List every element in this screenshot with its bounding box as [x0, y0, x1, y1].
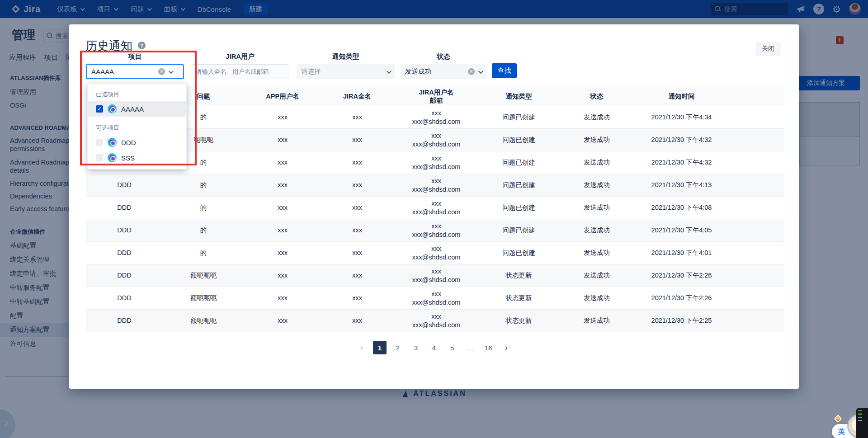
chevron-down-icon[interactable] — [169, 68, 174, 73]
table-row: DDD 的 xxx xxx xxx xxx@shdsd.com 问题已创建 发送… — [86, 242, 784, 264]
cell-notify-type: 问题已创建 — [479, 151, 558, 174]
cell-email: xxx xxx@shdsd.com — [393, 129, 479, 151]
pagination-item[interactable]: 1 — [373, 341, 387, 354]
jira-user-input[interactable] — [196, 68, 282, 75]
clear-icon[interactable] — [158, 68, 165, 75]
table-header-row: 问题 APP用户名 JIRA全名 JIRA用户名 邮箱 通知类型 — [86, 86, 784, 106]
cell-status: 发送成功 — [558, 310, 635, 332]
cell-time: 2021/12/30 下午4:32 — [635, 151, 728, 174]
cell-app-user: xxx — [244, 174, 321, 197]
cell-time: 2021/12/30 下午4:32 — [635, 129, 728, 151]
pagination-item[interactable]: 4 — [427, 341, 441, 354]
pagination-item[interactable]: 3 — [409, 341, 423, 354]
clear-icon[interactable] — [468, 68, 475, 75]
cell-time: 2021/12/30 下午2:26 — [635, 264, 728, 287]
cell-status: 发送成功 — [558, 242, 635, 264]
project-option[interactable]: SSS — [88, 150, 186, 165]
project-select[interactable] — [86, 64, 184, 79]
cell-issue: 额呃呃呃 — [163, 310, 244, 332]
project-dropdown: 已选项目 AAAAA 可选项目 DDD SSS — [87, 84, 187, 170]
cell-filler — [728, 310, 784, 332]
cell-notify-type: 问题已创建 — [479, 129, 558, 151]
table-row: DDD 额呃呃呃 xxx xxx xxx xxx@shdsd.com 状态更新 … — [86, 264, 784, 287]
table-header-cell — [728, 86, 784, 106]
project-avatar-icon — [108, 138, 117, 147]
table-header-cell: APP用户名 — [244, 86, 321, 106]
translate-language-label: 英 — [838, 428, 845, 436]
selected-projects-label: 已选项目 — [88, 88, 186, 101]
checkbox[interactable] — [96, 154, 103, 161]
cell-issue: 的 — [163, 197, 244, 219]
project-avatar-icon — [108, 104, 117, 113]
cell-time: 2021/12/30 下午2:25 — [635, 310, 728, 332]
cell-jira-name: xxx — [321, 151, 393, 174]
project-option[interactable]: AAAAA — [88, 101, 186, 117]
cell-jira-name: xxx — [321, 106, 393, 129]
cell-status: 发送成功 — [558, 264, 635, 287]
pagination-item[interactable]: › — [500, 341, 513, 354]
cell-notify-type: 状态更新 — [479, 287, 558, 310]
cell-status: 发送成功 — [558, 219, 635, 242]
cell-project: DDD — [86, 310, 163, 332]
cell-notify-type: 问题已创建 — [479, 174, 558, 197]
close-button[interactable]: 关闭 — [755, 42, 781, 56]
find-button[interactable]: 查找 — [492, 63, 517, 78]
checkbox[interactable] — [96, 105, 103, 113]
cell-jira-name: xxx — [321, 242, 393, 264]
cell-issue: 的 — [163, 219, 244, 242]
table-header-cell: 通知类型 — [479, 86, 558, 106]
chevron-down-icon[interactable] — [387, 68, 392, 73]
pagination-item[interactable]: 16 — [481, 341, 495, 354]
checkbox[interactable] — [96, 139, 103, 146]
table-header-cell: 通知时间 — [635, 86, 728, 106]
cell-filler — [728, 219, 784, 242]
cell-filler — [728, 174, 784, 197]
notify-type-value: 请选择 — [301, 67, 383, 76]
notifications-table: 问题 APP用户名 JIRA全名 JIRA用户名 邮箱 通知类型 — [86, 86, 784, 332]
filter-status: 状态 发送成功 — [401, 52, 486, 79]
cell-email: xxx xxx@shdsd.com — [393, 174, 479, 197]
cell-time: 2021/12/30 下午4:08 — [635, 197, 728, 219]
cell-project: DDD — [86, 264, 163, 287]
cell-time: 2021/12/30 下午4:01 — [635, 242, 728, 264]
notify-type-filter-label: 通知类型 — [297, 52, 395, 61]
cell-issue: 的 — [163, 242, 244, 264]
table-row: DDD 的 xxx xxx xxx xxx@shdsd.com 问题已创建 发送… — [86, 174, 784, 197]
extension-strip[interactable] — [856, 408, 868, 438]
pagination-item[interactable]: ‹ — [355, 341, 368, 354]
project-option[interactable]: DDD — [88, 135, 186, 150]
cell-status: 发送成功 — [558, 197, 635, 219]
pagination-item[interactable]: 2 — [391, 341, 405, 354]
help-icon[interactable]: ? — [138, 42, 146, 49]
table-row: 呃呃呃 xxx xxx xxx xxx@shdsd.com 问题已创建 发送成功… — [86, 129, 784, 151]
chevron-down-icon[interactable] — [478, 68, 483, 73]
cell-email: xxx xxx@shdsd.com — [393, 106, 479, 129]
cell-time: 2021/12/30 下午2:26 — [635, 287, 728, 310]
cell-project: DDD — [86, 197, 163, 219]
cell-status: 发送成功 — [558, 174, 635, 197]
pagination-item[interactable]: 5 — [445, 341, 459, 354]
cell-status: 发送成功 — [558, 151, 635, 174]
cell-filler — [728, 287, 784, 310]
table-row: DDD 额呃呃呃 xxx xxx xxx xxx@shdsd.com 状态更新 … — [86, 287, 784, 310]
history-notifications-modal: 历史通知 ? 关闭 项目 JIRA用户 通知类型 请选择 状态 — [69, 24, 799, 389]
cell-app-user: xxx — [244, 219, 321, 242]
project-select-input[interactable] — [91, 68, 155, 75]
table-row: DDD 额呃呃呃 xxx xxx xxx xxx@shdsd.com 状态更新 … — [86, 310, 784, 332]
table-header-cell: JIRA用户名 邮箱 — [393, 86, 479, 106]
notify-type-select[interactable]: 请选择 — [297, 64, 395, 79]
cell-jira-name: xxx — [321, 219, 393, 242]
cell-issue: 额呃呃呃 — [163, 287, 244, 310]
cell-app-user: xxx — [244, 151, 321, 174]
status-select[interactable]: 发送成功 — [401, 64, 486, 79]
table-header-cell: JIRA全名 — [321, 86, 393, 106]
project-filter-label: 项目 — [86, 52, 184, 61]
pagination-item[interactable]: ... — [463, 341, 477, 354]
pagination: ‹12345...16› — [69, 341, 799, 354]
jira-user-input-wrap[interactable] — [191, 64, 289, 79]
cell-notify-type: 问题已创建 — [479, 197, 558, 219]
cell-email: xxx xxx@shdsd.com — [393, 219, 479, 242]
project-avatar-icon — [108, 153, 117, 162]
cell-jira-name: xxx — [321, 129, 393, 151]
cell-project: DDD — [86, 287, 163, 310]
